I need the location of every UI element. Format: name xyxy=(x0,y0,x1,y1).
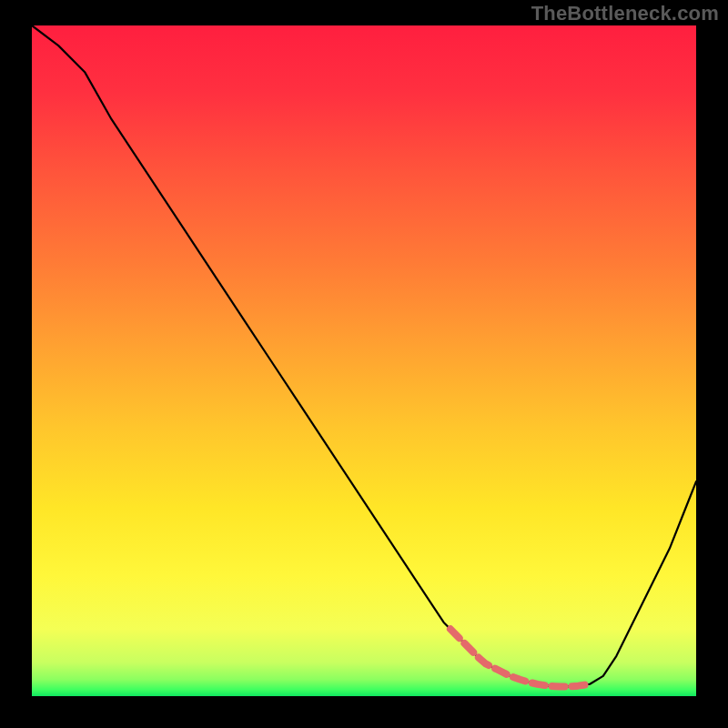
watermark-text: TheBottleneck.com xyxy=(531,2,719,25)
gradient-background xyxy=(32,25,696,696)
chart-svg xyxy=(32,25,696,696)
chart-area xyxy=(32,25,696,696)
